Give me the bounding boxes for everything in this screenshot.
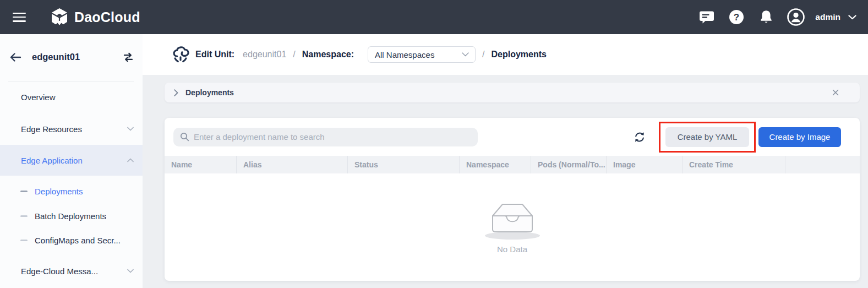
chevron-down-icon xyxy=(127,127,134,131)
edit-unit-value: edgeunit01 xyxy=(243,50,286,59)
sidebar-item-edge-application[interactable]: Edge Application xyxy=(0,145,143,176)
dash-icon xyxy=(20,215,28,217)
tab-close-button[interactable] xyxy=(832,89,839,96)
deployments-panel: Create by YAML Create by Image Name Alia… xyxy=(165,118,860,281)
daocloud-cube-icon xyxy=(50,7,69,27)
sidebar-unit-name: edgeunit01 xyxy=(32,52,80,62)
refresh-icon xyxy=(633,131,646,144)
chevron-up-icon xyxy=(127,158,134,162)
page-header: Edit Unit: edgeunit01 / Namespace: All N… xyxy=(143,34,868,75)
search-input[interactable] xyxy=(194,132,471,142)
dash-icon xyxy=(20,240,28,241)
sidebar: edgeunit01 Overview Edge Resources Edge … xyxy=(0,34,143,288)
switch-unit-button[interactable] xyxy=(122,51,134,66)
dash-icon xyxy=(20,191,28,192)
sidebar-item-configmaps[interactable]: ConfigMaps and Secr... xyxy=(0,228,143,252)
help-icon: ? xyxy=(729,9,744,25)
breadcrumb-separator: / xyxy=(293,50,295,59)
brand-name: DaoCloud xyxy=(74,9,140,25)
back-button[interactable] xyxy=(9,52,21,64)
search-icon xyxy=(180,132,189,142)
notifications-button[interactable] xyxy=(751,9,781,25)
menu-toggle-icon[interactable] xyxy=(13,13,26,22)
column-header-alias[interactable]: Alias xyxy=(237,156,348,173)
edge-unit-icon xyxy=(170,44,191,65)
annotation-highlight: Create by YAML xyxy=(659,122,756,153)
username[interactable]: admin xyxy=(815,12,840,22)
breadcrumb-separator: / xyxy=(482,50,484,59)
topbar: DaoCloud ? xyxy=(0,0,868,34)
refresh-button[interactable] xyxy=(633,131,646,144)
user-menu[interactable] xyxy=(781,8,811,26)
search-box xyxy=(173,128,478,146)
column-header-namespace[interactable]: Namespace xyxy=(460,156,531,173)
chevron-down-icon xyxy=(127,269,134,273)
toolbar: Create by YAML Create by Image xyxy=(165,118,860,156)
avatar-icon xyxy=(787,8,805,26)
column-header-name[interactable]: Name xyxy=(165,156,237,173)
tab-label: Deployments xyxy=(185,88,234,97)
back-arrow-icon xyxy=(9,52,21,62)
page-title: Deployments xyxy=(491,50,546,59)
chevron-right-icon[interactable] xyxy=(174,89,178,96)
column-header-image[interactable]: Image xyxy=(607,156,683,173)
namespace-label: Namespace: xyxy=(302,50,354,59)
user-chevron-down-icon[interactable] xyxy=(848,15,856,20)
namespace-select[interactable]: All Namespaces xyxy=(368,46,476,63)
sidebar-item-batch-deployments[interactable]: Batch Deployments xyxy=(0,204,143,228)
create-by-image-button[interactable]: Create by Image xyxy=(758,127,841,147)
sidebar-item-edge-cloud-message[interactable]: Edge-Cloud Messa... xyxy=(0,259,143,283)
column-header-actions xyxy=(785,156,860,173)
close-icon xyxy=(832,89,839,96)
empty-box-icon xyxy=(484,200,541,241)
messages-button[interactable] xyxy=(692,10,722,24)
column-header-pods[interactable]: Pods (Normal/To... xyxy=(531,156,607,173)
swap-icon xyxy=(122,51,134,63)
sidebar-divider xyxy=(8,81,134,81)
topbar-right: ? admin xyxy=(692,8,868,26)
edit-unit-label: Edit Unit: xyxy=(195,50,234,59)
column-header-create-time[interactable]: Create Time xyxy=(683,156,785,173)
sidebar-item-deployments[interactable]: Deployments xyxy=(0,179,143,203)
column-header-status[interactable]: Status xyxy=(348,156,460,173)
brand-logo: DaoCloud xyxy=(50,7,140,27)
empty-state: No Data xyxy=(165,200,860,254)
deployments-tab-bar: Deployments xyxy=(165,83,860,102)
table-header: Name Alias Status Namespace Pods (Normal… xyxy=(165,156,860,173)
chat-icon xyxy=(699,10,714,24)
bell-icon xyxy=(758,9,774,25)
svg-text:?: ? xyxy=(734,12,739,23)
create-by-yaml-button[interactable]: Create by YAML xyxy=(665,127,749,147)
empty-text: No Data xyxy=(497,244,527,254)
help-button[interactable]: ? xyxy=(722,9,751,25)
select-chevron-down-icon xyxy=(462,52,469,57)
sidebar-item-overview[interactable]: Overview xyxy=(0,85,143,109)
sidebar-item-edge-resources[interactable]: Edge Resources xyxy=(0,117,143,141)
